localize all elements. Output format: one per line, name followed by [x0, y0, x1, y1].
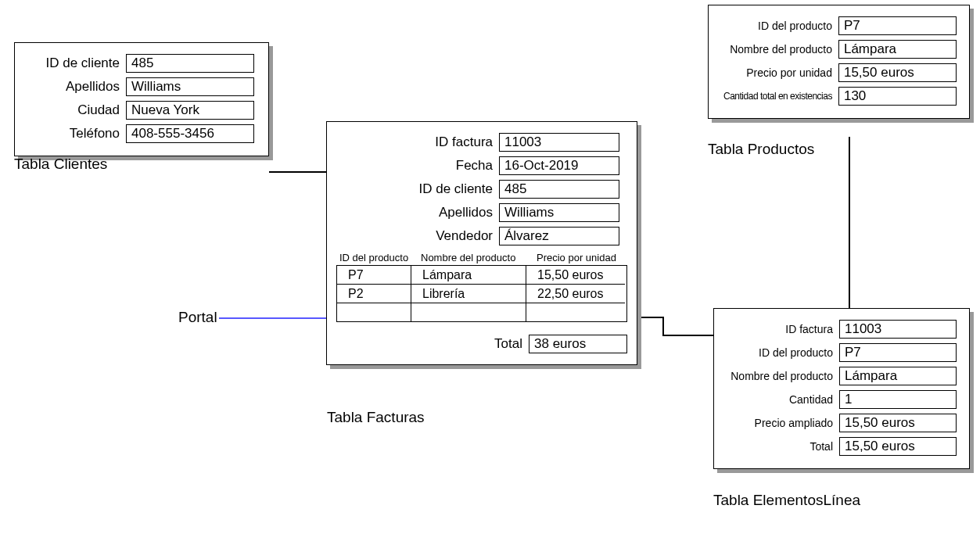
table-elementoslinea: ID factura 11003 ID del producto P7 Nomb…: [713, 308, 970, 469]
portal-cell-precio: 15,50 euros: [526, 266, 625, 285]
label-ciudad: Ciudad: [27, 102, 126, 118]
field-fact-id: 11003: [499, 133, 619, 152]
field-fact-total: 38 euros: [529, 335, 627, 353]
table-clientes: ID de cliente 485 Apellidos Williams Ciu…: [14, 42, 269, 156]
label-fact-total: Total: [494, 336, 529, 352]
field-el-total: 15,50 euros: [839, 437, 957, 456]
field-fact-fecha: 16-Oct-2019: [499, 156, 619, 175]
field-el-cant: 1: [839, 390, 957, 409]
label-el-precio: Precio ampliado: [727, 415, 839, 431]
portal-row: [337, 303, 626, 321]
field-fact-vendedor: Álvarez: [499, 227, 619, 245]
label-el-factura: ID factura: [727, 321, 839, 337]
label-prod-precio: Precio por unidad: [721, 65, 838, 81]
label-el-total: Total: [727, 439, 839, 454]
caption-facturas: Tabla Facturas: [327, 409, 425, 426]
portal-head-nombre: Nombre del producto: [418, 252, 533, 265]
portal-cell-id: P7: [337, 266, 411, 285]
field-el-precio: 15,50 euros: [839, 414, 957, 432]
field-prod-stock: 130: [838, 87, 957, 106]
label-fact-vendedor: Vendedor: [336, 228, 499, 244]
portal-head-precio: Precio por unidad: [533, 252, 626, 265]
table-productos: ID del producto P7 Nombre del producto L…: [708, 5, 970, 119]
label-fact-fecha: Fecha: [336, 158, 499, 174]
field-ciudad: Nueva York: [126, 101, 254, 120]
caption-elementoslinea: Tabla ElementosLínea: [713, 492, 860, 509]
label-prod-stock: Cantidad total en existencias: [721, 88, 838, 104]
label-fact-id: ID factura: [336, 134, 499, 150]
portal-headers: ID del producto Nombre del producto Prec…: [336, 252, 627, 265]
portal-row: P7 Lámpara 15,50 euros: [337, 266, 626, 285]
field-prod-precio: 15,50 euros: [838, 63, 957, 82]
label-el-nombre: Nombre del producto: [727, 368, 839, 384]
field-el-factura: 11003: [839, 320, 957, 339]
field-el-prod: P7: [839, 343, 957, 362]
portal-table: P7 Lámpara 15,50 euros P2 Librería 22,50…: [336, 265, 627, 322]
field-telefono: 408-555-3456: [126, 124, 254, 143]
field-fact-apellidos: Williams: [499, 203, 619, 222]
portal-head-id: ID del producto: [336, 252, 418, 265]
portal-cell-nombre: [411, 303, 526, 321]
label-prod-id: ID del producto: [721, 18, 838, 34]
label-telefono: Teléfono: [27, 126, 126, 142]
caption-clientes: Tabla Clientes: [14, 156, 107, 173]
field-fact-cliente: 485: [499, 180, 619, 199]
portal-row: P2 Librería 22,50 euros: [337, 285, 626, 303]
field-id-cliente: 485: [126, 54, 254, 73]
field-prod-id: P7: [838, 16, 957, 35]
label-el-prod: ID del producto: [727, 345, 839, 360]
portal-label: Portal: [178, 309, 217, 326]
field-prod-nombre: Lámpara: [838, 40, 957, 59]
portal-cell-nombre: Librería: [411, 285, 526, 303]
label-id-cliente: ID de cliente: [27, 56, 126, 71]
portal-cell-id: [337, 303, 411, 321]
caption-productos: Tabla Productos: [708, 141, 814, 158]
portal-cell-id: P2: [337, 285, 411, 303]
label-apellidos: Apellidos: [27, 79, 126, 95]
label-prod-nombre: Nombre del producto: [721, 41, 838, 57]
field-el-nombre: Lámpara: [839, 367, 957, 385]
label-el-cant: Cantidad: [727, 392, 839, 407]
portal-cell-precio: 22,50 euros: [526, 285, 625, 303]
label-fact-apellidos: Apellidos: [336, 205, 499, 220]
field-apellidos: Williams: [126, 77, 254, 96]
portal-cell-nombre: Lámpara: [411, 266, 526, 285]
label-fact-cliente: ID de cliente: [336, 181, 499, 197]
portal-cell-precio: [526, 303, 625, 321]
table-facturas: ID factura 11003 Fecha 16-Oct-2019 ID de…: [326, 121, 637, 365]
